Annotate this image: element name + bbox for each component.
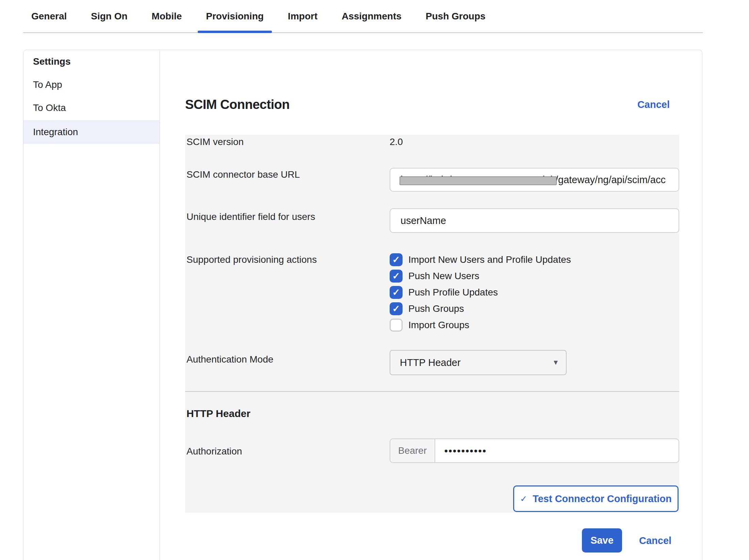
checkbox-label: Import Groups xyxy=(408,320,469,331)
auth-mode-select[interactable]: HTTP Header ▾ xyxy=(390,350,567,375)
provisioning-actions-label: Supported provisioning actions xyxy=(186,254,317,266)
provisioning-actions-list: ✓ Import New Users and Profile Updates ✓… xyxy=(390,253,571,335)
chevron-down-icon: ▾ xyxy=(554,357,558,367)
tab-provisioning[interactable]: Provisioning xyxy=(198,0,272,32)
authorization-token-input[interactable]: ●●●●●●●●●● xyxy=(435,439,679,462)
unique-identifier-input[interactable]: userName xyxy=(390,208,679,233)
cancel-link-top[interactable]: Cancel xyxy=(637,99,670,110)
auth-mode-label: Authentication Mode xyxy=(186,354,273,365)
tab-general[interactable]: General xyxy=(23,0,75,32)
sidebar-heading: Settings xyxy=(23,50,160,73)
provisioning-settings-card: Settings To App To Okta Integration SCIM… xyxy=(23,50,702,560)
checkbox-import-groups[interactable] xyxy=(390,319,403,332)
check-icon: ✓ xyxy=(392,255,400,265)
sidebar-item-to-okta[interactable]: To Okta xyxy=(23,96,160,119)
scim-connection-header: SCIM Connection Cancel xyxy=(185,97,679,112)
unique-identifier-value: userName xyxy=(401,215,446,226)
bearer-prefix: Bearer xyxy=(390,439,435,462)
check-icon: ✓ xyxy=(392,272,400,281)
auth-mode-selected-value: HTTP Header xyxy=(400,357,460,368)
authorization-input-group: Bearer ●●●●●●●●●● xyxy=(390,438,679,463)
checkbox-label: Push Groups xyxy=(408,303,464,314)
test-connector-configuration-label: Test Connector Configuration xyxy=(533,493,672,505)
unique-identifier-label: Unique identifier field for users xyxy=(186,211,315,223)
test-connector-configuration-button[interactable]: ✓ Test Connector Configuration xyxy=(513,485,679,512)
base-url-visible-suffix: /gateway/ng/api/scim/acc xyxy=(555,174,666,186)
sidebar-item-integration[interactable]: Integration xyxy=(23,120,160,144)
tab-mobile[interactable]: Mobile xyxy=(144,0,190,32)
checkbox-row: ✓ Push Profile Updates xyxy=(390,286,571,299)
scim-base-url-input[interactable]: https://b5bd-195-19-67-148.ngrok.io/gate… xyxy=(390,168,679,192)
connection-settings-panel: SCIM version 2.0 SCIM connector base URL… xyxy=(185,135,679,391)
tab-sign-on[interactable]: Sign On xyxy=(83,0,135,32)
sidebar: Settings To App To Okta Integration xyxy=(23,50,160,560)
check-icon: ✓ xyxy=(520,494,527,504)
tab-import[interactable]: Import xyxy=(280,0,326,32)
checkbox-import-new-users[interactable]: ✓ xyxy=(390,253,403,266)
base-url-label: SCIM connector base URL xyxy=(186,169,300,180)
checkbox-row: ✓ Push New Users xyxy=(390,270,571,283)
checkbox-push-profile-updates[interactable]: ✓ xyxy=(390,286,403,299)
scim-version-label: SCIM version xyxy=(186,136,244,148)
checkbox-row: ✓ Import New Users and Profile Updates xyxy=(390,253,571,266)
checkbox-label: Push Profile Updates xyxy=(408,287,498,298)
checkbox-push-new-users[interactable]: ✓ xyxy=(390,270,403,283)
scim-connection-form: SCIM version 2.0 SCIM connector base URL… xyxy=(185,135,679,513)
checkbox-label: Push New Users xyxy=(408,271,479,282)
checkbox-label: Import New Users and Profile Updates xyxy=(408,254,571,265)
check-icon: ✓ xyxy=(392,304,400,314)
app-tabbar: General Sign On Mobile Provisioning Impo… xyxy=(23,0,703,33)
tab-assignments[interactable]: Assignments xyxy=(333,0,410,32)
check-icon: ✓ xyxy=(392,288,400,297)
checkbox-row: Import Groups xyxy=(390,319,571,332)
save-button[interactable]: Save xyxy=(582,528,622,553)
sidebar-item-to-app[interactable]: To App xyxy=(23,73,160,96)
checkbox-push-groups[interactable]: ✓ xyxy=(390,302,403,315)
tab-push-groups[interactable]: Push Groups xyxy=(418,0,494,32)
redaction-bar xyxy=(400,176,557,185)
checkbox-row: ✓ Push Groups xyxy=(390,302,571,315)
http-header-panel: HTTP Header Authorization Bearer ●●●●●●●… xyxy=(185,391,679,513)
cancel-link-bottom[interactable]: Cancel xyxy=(639,534,671,547)
page-title: SCIM Connection xyxy=(185,97,290,112)
scim-version-value: 2.0 xyxy=(390,136,403,148)
authorization-label: Authorization xyxy=(186,446,242,457)
http-header-section-title: HTTP Header xyxy=(186,408,250,419)
